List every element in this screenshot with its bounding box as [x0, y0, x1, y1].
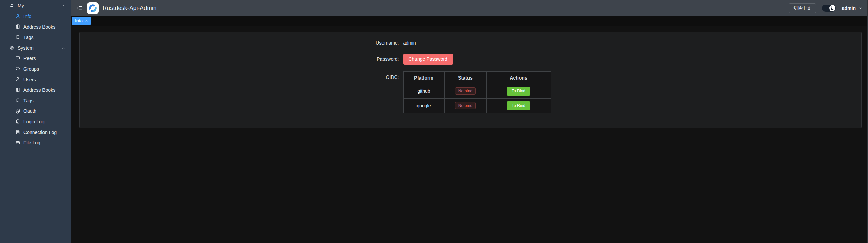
tab-label: Info [75, 18, 83, 23]
user-dropdown[interactable]: admin [842, 5, 863, 11]
oidc-header-actions: Actions [486, 72, 551, 84]
moon-icon [829, 5, 835, 11]
oidc-table: Platform Status Actions github No bind [403, 71, 551, 113]
close-icon[interactable] [85, 19, 88, 23]
user-icon [15, 77, 20, 82]
sidebar-item-label: Tags [23, 98, 65, 103]
password-row: Password: Change Password [352, 54, 590, 65]
user-filled-icon [9, 3, 14, 8]
sidebar-item-label: Peers [23, 56, 65, 61]
notebook-icon [15, 24, 20, 29]
sidebar-item-label: Groups [23, 66, 65, 72]
actions-cell: To Bind [486, 84, 551, 99]
table-row: google No bind To Bind [403, 99, 551, 113]
bookmark-icon [15, 98, 20, 103]
user-icon [15, 14, 20, 19]
oidc-table-header-row: Platform Status Actions [403, 72, 551, 84]
sidebar-item-label: Info [23, 14, 65, 19]
document-icon [15, 129, 20, 135]
status-cell: No bind [444, 84, 486, 99]
clipboard-icon [15, 119, 20, 124]
status-cell: No bind [444, 99, 486, 113]
sidebar-item-label: Tags [23, 35, 65, 40]
sidebar-item-label: Oauth [23, 108, 65, 114]
username-label: Username: [352, 40, 399, 46]
sidebar-item-tags-system[interactable]: Tags [0, 95, 71, 106]
sidebar-item-users[interactable]: Users [0, 74, 71, 85]
profile-form: Username: admin Password: Change Passwor… [352, 40, 590, 113]
platform-cell: google [403, 99, 444, 113]
username-value: admin [403, 40, 416, 46]
sidebar-item-groups[interactable]: Groups [0, 64, 71, 74]
sidebar-item-info[interactable]: Info [0, 11, 71, 21]
status-badge: No bind [455, 102, 476, 109]
vertical-scrollbar[interactable] [867, 0, 868, 243]
oidc-label: OIDC: [352, 71, 399, 80]
sidebar-item-label: File Log [23, 140, 65, 145]
sidebar-section-label: My [18, 3, 61, 8]
sidebar-item-label: Address Books [23, 24, 65, 30]
sidebar: My Info Address Books Tags System Peers … [0, 0, 71, 243]
sidebar-item-label: Users [23, 77, 65, 82]
user-name: admin [842, 5, 856, 11]
sidebar-section-my[interactable]: My [0, 0, 71, 11]
briefcase-icon [15, 140, 20, 145]
sidebar-section-label: System [18, 45, 61, 51]
sidebar-section-system[interactable]: System [0, 42, 71, 53]
sidebar-item-peers[interactable]: Peers [0, 53, 71, 64]
sidebar-collapse-icon[interactable] [76, 5, 83, 12]
sidebar-item-address-books-system[interactable]: Address Books [0, 85, 71, 95]
password-label: Password: [352, 56, 399, 62]
oidc-header-platform: Platform [403, 72, 444, 84]
oidc-row: OIDC: Platform Status Actions [352, 71, 590, 113]
app-title: Rustdesk-Api-Admin [103, 5, 157, 12]
page-content: Username: admin Password: Change Passwor… [71, 26, 868, 243]
sidebar-item-file-log[interactable]: File Log [0, 137, 71, 148]
chevron-up-icon [61, 46, 65, 50]
chevron-up-icon [61, 4, 65, 8]
tab-info[interactable]: Info [72, 17, 91, 25]
platform-cell: github [403, 84, 444, 99]
switch-language-button[interactable]: 切换中文 [789, 3, 816, 13]
top-header: Rustdesk-Api-Admin 切换中文 admin [71, 0, 868, 16]
app-window: My Info Address Books Tags System Peers … [0, 0, 868, 243]
paperclip-icon [15, 108, 20, 114]
chat-bubble-icon [15, 66, 20, 71]
tabs-view-bar: Info [71, 16, 868, 26]
to-bind-button[interactable]: To Bind [507, 101, 530, 110]
chevron-down-icon [858, 6, 863, 11]
sidebar-item-oauth[interactable]: Oauth [0, 106, 71, 116]
gear-icon [9, 45, 14, 50]
profile-card: Username: admin Password: Change Passwor… [79, 32, 862, 128]
oidc-header-status: Status [444, 72, 486, 84]
actions-cell: To Bind [486, 99, 551, 113]
bookmark-icon [15, 35, 20, 40]
sidebar-item-connection-log[interactable]: Connection Log [0, 127, 71, 137]
sidebar-item-label: Login Log [23, 119, 65, 124]
rustdesk-logo-icon [87, 2, 99, 14]
username-row: Username: admin [352, 40, 590, 46]
main-area: Rustdesk-Api-Admin 切换中文 admin Info [71, 0, 868, 243]
sidebar-item-label: Address Books [23, 87, 65, 93]
table-row: github No bind To Bind [403, 84, 551, 99]
status-badge: No bind [455, 87, 476, 95]
monitor-icon [15, 56, 20, 61]
change-password-button[interactable]: Change Password [403, 54, 453, 65]
to-bind-button[interactable]: To Bind [507, 87, 530, 96]
sidebar-item-label: Connection Log [23, 129, 65, 135]
sidebar-item-login-log[interactable]: Login Log [0, 116, 71, 127]
sidebar-item-tags[interactable]: Tags [0, 32, 71, 42]
sidebar-item-address-books[interactable]: Address Books [0, 21, 71, 32]
notebook-icon [15, 87, 20, 92]
dark-mode-toggle[interactable] [822, 5, 836, 12]
